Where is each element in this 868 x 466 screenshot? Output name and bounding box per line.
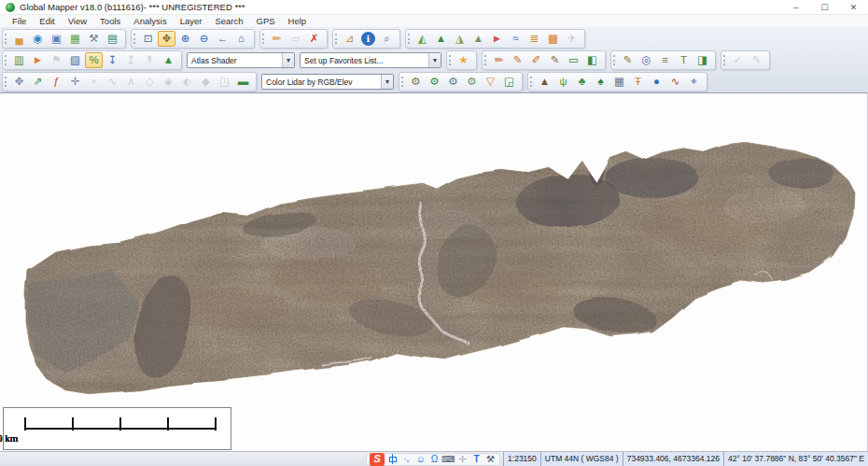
close-button[interactable]: ✕ bbox=[839, 0, 868, 15]
lidar-auto-classify-ground-icon[interactable]: ⚙ bbox=[407, 74, 425, 90]
feature-info-icon[interactable]: ℹ bbox=[361, 32, 375, 46]
classify-ground-icon[interactable]: ▲ bbox=[536, 74, 553, 90]
classify-powerline-icon[interactable]: Ŧ bbox=[629, 74, 647, 90]
watershed-icon[interactable]: ◮ bbox=[451, 31, 469, 47]
add-text-icon[interactable]: T bbox=[675, 52, 693, 68]
map-view[interactable]: 0.0 km0.5 km1.0 km1.5 km2.0 km bbox=[0, 92, 868, 451]
lidar-extract-icon[interactable]: ⌖ bbox=[685, 74, 703, 90]
offset-profile-icon[interactable]: ↟ bbox=[141, 52, 159, 68]
resize-feature-icon[interactable]: ⇗ bbox=[29, 74, 47, 90]
search-icon[interactable]: ⌕ bbox=[378, 31, 396, 47]
join-lines-icon[interactable]: ∧ bbox=[122, 74, 140, 90]
lidar-auto-classify-buildings-icon[interactable]: ⚙ bbox=[444, 74, 462, 90]
menu-layer[interactable]: Layer bbox=[174, 16, 209, 26]
create-freehand-icon[interactable]: ✎ bbox=[546, 52, 564, 68]
menu-search[interactable]: Search bbox=[208, 16, 249, 26]
center-view-icon[interactable]: ✛ bbox=[66, 74, 84, 90]
water-level-rise-icon[interactable]: ≈ bbox=[507, 31, 525, 47]
create-shape-edit-icon[interactable]: ◧ bbox=[583, 52, 601, 68]
maximize-button[interactable]: ☐ bbox=[810, 0, 839, 15]
style-picker-icon[interactable]: ✎ bbox=[748, 52, 765, 68]
combine-areas-icon[interactable]: ◆ bbox=[197, 74, 215, 90]
viewshed-icon[interactable]: ▲ bbox=[432, 31, 450, 47]
menu-gps[interactable]: GPS bbox=[250, 16, 282, 26]
menu-file[interactable]: File bbox=[6, 16, 33, 26]
menu-tools[interactable]: Tools bbox=[93, 16, 127, 26]
perpendicular-profiles-icon[interactable]: ↥ bbox=[122, 52, 140, 68]
lidar-auto-classify-noise-icon[interactable]: ⚙ bbox=[426, 74, 443, 90]
path-profile-icon[interactable]: ◭ bbox=[413, 31, 431, 47]
zoom-box-icon[interactable]: ⊡ bbox=[139, 31, 157, 47]
ime-settings-icon[interactable]: ⚒ bbox=[484, 453, 497, 465]
sogou-logo-icon[interactable]: S bbox=[370, 453, 385, 466]
soft-keyboard-icon[interactable]: ⌨ bbox=[442, 453, 455, 465]
record-path-icon[interactable]: ⚑ bbox=[48, 52, 65, 68]
configuration-icon[interactable]: ⚒ bbox=[85, 31, 103, 47]
chevron-down-icon[interactable]: ▾ bbox=[282, 53, 294, 67]
move-feature-icon[interactable]: ✥ bbox=[10, 74, 28, 90]
resample-feature-icon[interactable]: ≡ bbox=[656, 52, 674, 68]
snap-vertex-icon[interactable]: ◈ bbox=[160, 74, 177, 90]
open-file-icon[interactable]: ▄ bbox=[10, 31, 28, 47]
apply-style-icon[interactable]: ◨ bbox=[693, 52, 711, 68]
previous-view-icon[interactable]: ← bbox=[214, 31, 231, 47]
raster-shader-icon[interactable]: ▩ bbox=[544, 31, 562, 47]
lidar-auto-classify-trees-icon[interactable]: ⚙ bbox=[463, 74, 481, 90]
trace-feature-icon[interactable]: ◎ bbox=[637, 52, 655, 68]
full-view-icon[interactable]: ⌂ bbox=[232, 31, 250, 47]
overlay-control-center-icon[interactable]: ▤ bbox=[104, 31, 121, 47]
pan-tool-icon[interactable]: ✥ bbox=[158, 31, 175, 47]
create-rectangle-icon[interactable]: ▭ bbox=[565, 52, 582, 68]
classify-keypoint-icon[interactable]: ∿ bbox=[666, 74, 684, 90]
zoom-in-icon[interactable]: ⊕ bbox=[176, 31, 194, 47]
fly-mode-icon[interactable]: ► bbox=[29, 52, 47, 68]
crop-areas-icon[interactable]: ◳ bbox=[216, 74, 233, 90]
menu-analysis[interactable]: Analysis bbox=[127, 16, 173, 26]
classify-medium-vegetation-icon[interactable]: ♣ bbox=[573, 74, 591, 90]
show-3d-view-icon[interactable]: ▧ bbox=[66, 52, 84, 68]
lidar-edit-selected-icon[interactable]: ◲ bbox=[500, 74, 518, 90]
favorites-combo[interactable]: Set up Favorites List... ▾ bbox=[300, 52, 441, 68]
edit-selected-icon[interactable]: ▱ bbox=[287, 31, 304, 47]
save-workspace-icon[interactable]: ▣ bbox=[48, 31, 65, 47]
terrain-layers-icon[interactable]: ▲ bbox=[469, 31, 487, 47]
align-features-icon[interactable]: ⬖ bbox=[178, 74, 196, 90]
classify-high-vegetation-icon[interactable]: ♠ bbox=[592, 74, 609, 90]
shader-preview-icon[interactable]: ▲ bbox=[160, 52, 177, 68]
minimize-button[interactable]: – bbox=[781, 0, 810, 15]
create-area-icon[interactable]: ✐ bbox=[527, 52, 545, 68]
image-swipe-icon[interactable]: ✈ bbox=[563, 31, 581, 47]
chevron-down-icon[interactable]: ▾ bbox=[381, 75, 393, 89]
create-line-icon[interactable]: ✎ bbox=[509, 52, 526, 68]
control-panel-icon[interactable]: ▥ bbox=[10, 52, 28, 68]
contour-lines-icon[interactable]: ≣ bbox=[525, 31, 543, 47]
classify-buildings-icon[interactable]: ▦ bbox=[610, 74, 628, 90]
lidar-color-combo[interactable]: Color Lidar by RGB/Elev ▾ bbox=[261, 74, 394, 90]
zoom-out-icon[interactable]: ⊖ bbox=[195, 31, 213, 47]
shader-combo[interactable]: Atlas Shader ▾ bbox=[187, 52, 295, 68]
measure-tool-icon[interactable]: ⊿ bbox=[341, 31, 358, 47]
classify-water-icon[interactable]: ● bbox=[648, 74, 665, 90]
favorites-star-icon[interactable]: ★ bbox=[455, 52, 472, 68]
insert-vertex-icon[interactable]: ✎ bbox=[619, 52, 637, 68]
classify-low-vegetation-icon[interactable]: ψ bbox=[554, 74, 572, 90]
punctuation-mode-icon[interactable]: ·, bbox=[400, 453, 413, 465]
voice-input-icon[interactable]: Ω bbox=[428, 453, 441, 465]
map-layout-icon[interactable]: ▦ bbox=[66, 31, 84, 47]
rotate-feature-icon[interactable]: ƒ bbox=[48, 74, 65, 90]
menu-edit[interactable]: Edit bbox=[33, 16, 61, 26]
split-view-toggle-icon[interactable]: % bbox=[85, 52, 103, 68]
chinese-mode-icon[interactable]: 中 bbox=[386, 453, 399, 465]
lidar-filter-icon[interactable]: ▽ bbox=[482, 74, 499, 90]
confirm-edit-icon[interactable]: ✓ bbox=[729, 52, 747, 68]
screenshot-tool-icon[interactable]: ✛ bbox=[456, 453, 469, 465]
delete-selected-icon[interactable]: ✗ bbox=[305, 31, 323, 47]
emoji-picker-icon[interactable]: ☺ bbox=[414, 453, 427, 465]
create-point-icon[interactable]: ✏ bbox=[490, 52, 508, 68]
node-tool-icon[interactable]: ◇ bbox=[141, 74, 159, 90]
buffer-tool-icon[interactable]: ▬ bbox=[234, 74, 252, 90]
menu-help[interactable]: Help bbox=[282, 16, 314, 26]
open-online-data-icon[interactable]: ◉ bbox=[29, 31, 47, 47]
menu-view[interactable]: View bbox=[62, 16, 93, 26]
draw-path-profile-icon[interactable]: ↧ bbox=[104, 52, 121, 68]
